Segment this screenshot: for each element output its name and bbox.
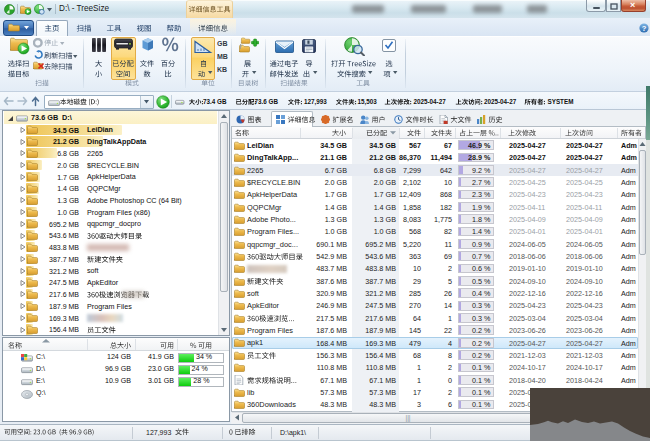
svg-text:?: ?	[642, 24, 647, 33]
